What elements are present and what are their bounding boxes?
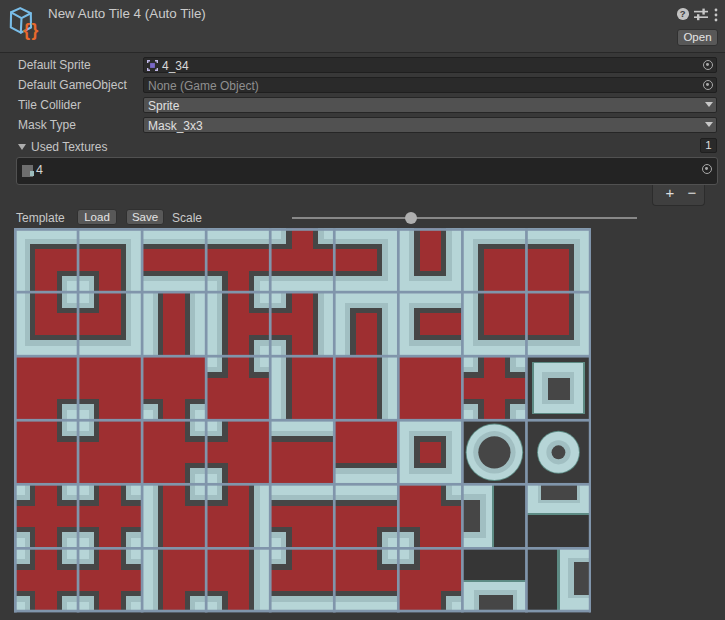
svg-text:}: } — [32, 20, 39, 40]
svg-text:{: { — [23, 20, 30, 40]
